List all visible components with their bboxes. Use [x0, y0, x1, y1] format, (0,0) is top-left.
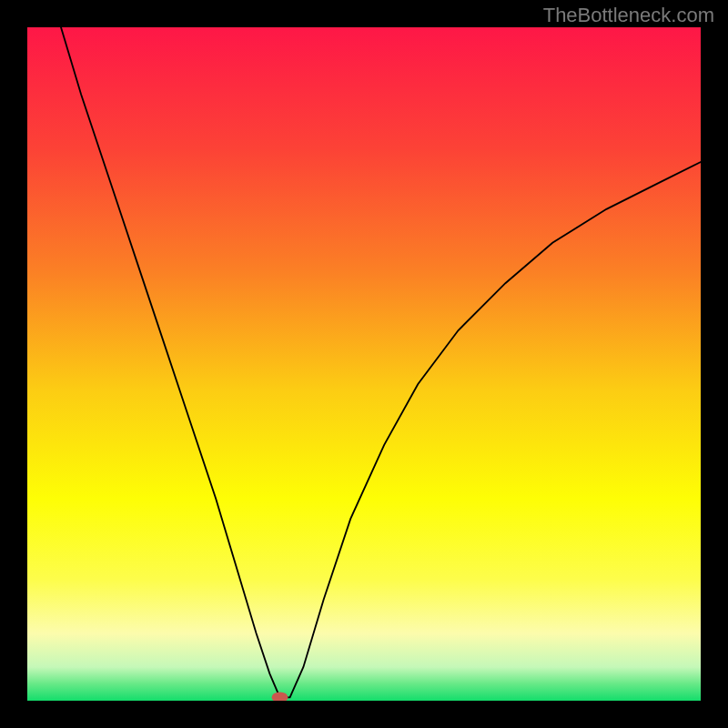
- plot-area: [27, 27, 701, 701]
- chart-frame: TheBottleneck.com: [0, 0, 728, 728]
- bottleneck-curve: [61, 27, 701, 697]
- optimal-marker: [272, 692, 288, 701]
- curve-layer: [27, 27, 701, 701]
- watermark-text: TheBottleneck.com: [543, 4, 714, 27]
